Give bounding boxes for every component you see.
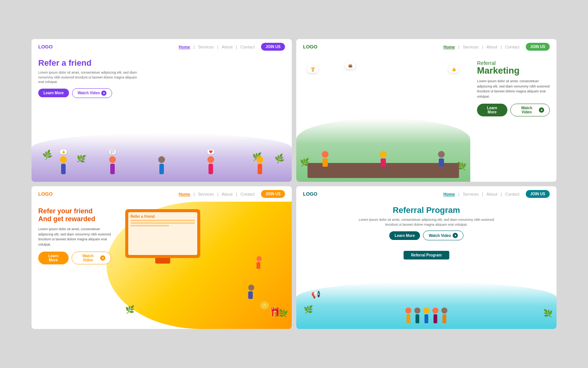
card2-nav-services[interactable]: Services	[463, 45, 478, 49]
tf-body-1	[406, 314, 410, 323]
card1-nav-contact[interactable]: Contact	[240, 45, 255, 49]
card2-watch-label: Watch Video	[516, 106, 538, 114]
card2-social-badge-2: 👜	[345, 62, 356, 69]
card1-play-icon	[101, 90, 106, 96]
card1-join-button[interactable]: JOIN US	[261, 43, 285, 51]
card3-learn-more-button[interactable]: Learn More	[38, 252, 69, 264]
tf-body-5	[442, 314, 446, 323]
card3-nav-contact[interactable]: Contact	[240, 192, 255, 196]
card-refer-friend: LOGO Home | Services | About | Contact J…	[32, 39, 292, 182]
card4-logo: LOGO	[303, 191, 317, 197]
card3-small-person	[256, 256, 262, 269]
card1-head-3	[158, 156, 165, 163]
card2-button-row: Learn More Watch Video	[477, 104, 550, 116]
card1-watch-video-button[interactable]: Watch Video	[72, 88, 112, 98]
card3-coin-stack: 🪙	[260, 301, 269, 310]
card3-seated-person	[248, 285, 254, 299]
card1-nav-home[interactable]: Home	[179, 45, 190, 49]
card1-person-4: ❤️	[207, 156, 214, 174]
tf-head-4	[432, 308, 438, 314]
card-refer-your-friend: LOGO Home | Services | About | Contact J…	[32, 186, 292, 329]
card3-logo: LOGO	[38, 191, 52, 197]
card3-illustration: Refer a friend 🌿 🌿 🎁 🪙	[118, 202, 292, 329]
card3-nav-links: Home | Services | About | Contact	[178, 192, 256, 196]
card-referral-marketing: LOGO Home | Services | About | Contact J…	[296, 39, 556, 182]
card2-nav-contact[interactable]: Contact	[505, 45, 519, 49]
card4-person-2	[414, 308, 420, 323]
sf-head-2	[380, 151, 387, 158]
card3-nav: LOGO Home | Services | About | Contact J…	[32, 186, 292, 202]
card1-nav-links: Home | Services | About | Contact	[178, 45, 256, 49]
card2-description: Lorem ipsum dolor sit amet, consectetuer…	[477, 79, 550, 99]
card1-person-2: 💬	[109, 156, 116, 174]
card4-person-3	[423, 308, 429, 323]
card3-text-content: Refer your friend And get rewarded Lorem…	[32, 202, 118, 329]
card4-watch-video-button[interactable]: Watch Video	[423, 231, 463, 240]
card3-title-line1: Refer your friend	[38, 207, 111, 215]
card4-watch-label: Watch Video	[429, 234, 451, 238]
card1-body-1	[61, 164, 66, 174]
tf-body-4	[434, 314, 437, 323]
tf-head-5	[441, 308, 447, 314]
card3-description: Lorem ipsum dolor sit amet, consectetuer…	[38, 227, 111, 247]
card3-gift-boxes: 🎁	[269, 307, 280, 318]
card2-join-button[interactable]: JOIN US	[526, 43, 550, 51]
card1-nav-services[interactable]: Services	[198, 45, 214, 49]
card4-megaphone: 📢	[311, 290, 321, 299]
card3-title-line2: And get rewarded	[38, 215, 111, 223]
card1-speech-1: 👍	[60, 149, 67, 154]
card4-nav: LOGO Home | Services | About | Contact J…	[296, 186, 556, 202]
card4-nav-about[interactable]: About	[486, 192, 497, 196]
card1-logo: LOGO	[38, 44, 52, 50]
card2-person-3	[438, 151, 445, 167]
card4-nav-services[interactable]: Services	[463, 192, 478, 196]
card2-person-1	[322, 151, 328, 167]
card2-layout: 🌿 🌿	[296, 54, 556, 182]
card3-monitor-title: Refer a friend	[130, 214, 195, 219]
card1-body-2	[110, 164, 115, 174]
card2-text-content: Referral Marketing Lorem ipsum dolor sit…	[470, 54, 556, 182]
card2-watch-video-button[interactable]: Watch Video	[510, 104, 550, 116]
main-grid: LOGO Home | Services | About | Contact J…	[32, 39, 556, 329]
sf-body-1	[322, 158, 328, 167]
card4-nav-links: Home | Services | About | Contact	[442, 192, 520, 196]
card3-nav-home[interactable]: Home	[179, 192, 190, 196]
tf-head-3	[423, 308, 429, 314]
card2-nav: LOGO Home | Services | About | Contact J…	[296, 39, 556, 54]
card4-person-5	[441, 308, 447, 323]
card3-nav-services[interactable]: Services	[198, 192, 214, 196]
card3-watch-video-button[interactable]: Watch Video	[72, 252, 111, 264]
card2-learn-more-button[interactable]: Learn More	[477, 104, 507, 116]
card4-description: Lorem ipsum dolor sit amet, consectetuer…	[355, 217, 498, 227]
card2-social-badge-3: 👍	[448, 66, 459, 73]
tf-body-3	[424, 314, 428, 323]
card3-layout: Refer your friend And get rewarded Lorem…	[32, 202, 292, 329]
card2-seated-figures	[296, 151, 470, 167]
card1-person-1: 👍	[60, 156, 67, 174]
card1-figures: 👍 💬 ❤️	[39, 156, 284, 174]
tf-head-2	[414, 308, 420, 314]
card2-nav-home[interactable]: Home	[444, 45, 455, 49]
card2-nav-about[interactable]: About	[486, 45, 497, 49]
card1-head-4	[207, 156, 214, 163]
card4-referral-banner: Referral Program	[404, 251, 449, 259]
card1-head-5	[256, 156, 263, 163]
card4-learn-more-button[interactable]: Learn More	[389, 231, 420, 240]
sf-head-1	[322, 151, 328, 158]
card3-monitor-line-3	[130, 225, 169, 226]
card1-speech-2: 💬	[109, 149, 116, 154]
card1-person-3	[158, 156, 165, 174]
card1-learn-more-button[interactable]: Learn More	[38, 89, 69, 97]
card2-nav-links: Home | Services | About | Contact	[442, 45, 520, 49]
card3-join-button[interactable]: JOIN US	[261, 190, 285, 198]
card4-join-button[interactable]: JOIN US	[526, 190, 550, 198]
card4-nav-contact[interactable]: Contact	[505, 192, 519, 196]
card1-nav-about[interactable]: About	[222, 45, 232, 49]
card4-leaf-1: 🌿	[304, 305, 313, 314]
card2-title-large: Marketing	[477, 65, 550, 76]
card1-head-1	[60, 156, 67, 163]
card2-person-2	[380, 151, 387, 167]
card3-nav-about[interactable]: About	[222, 192, 232, 196]
card1-body-3	[159, 164, 164, 174]
card4-nav-home[interactable]: Home	[444, 192, 455, 196]
